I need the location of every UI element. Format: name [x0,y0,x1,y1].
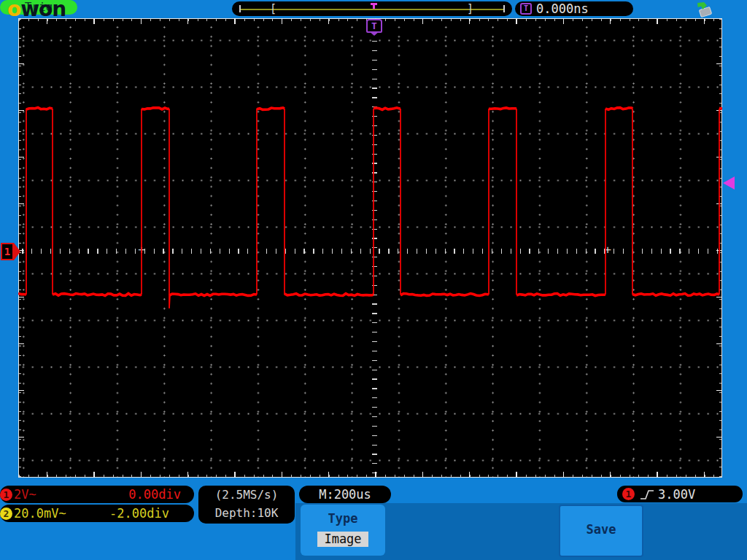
memory-depth: Depth:10K [198,504,295,522]
channel1-marker-label: 1 [1,243,14,260]
trigger-position-t-icon [371,3,377,9]
trigger-level-value: 3.00V [658,487,695,502]
trigger-horizontal-position-marker: T [366,19,382,33]
channel2-status: 2 20.0mV~ -2.00div [0,505,194,522]
window-left-bracket: [ [270,1,276,16]
oscilloscope-screen: owon Trig [ ] T 0.000ns + + T 1 [0,0,747,560]
type-value-selected[interactable]: Image [317,532,368,547]
memory-start-tick [239,5,241,12]
channel1-marker-arrow-icon [14,243,20,260]
save-button[interactable]: Save [559,505,643,557]
acquisition-info: (2.5MS/s) Depth:10K [198,486,295,524]
channel1-status: 1 2V~ 0.00div [0,486,194,503]
usb-device-icon [695,2,713,16]
waveform-trace [18,18,722,478]
sample-rate: (2.5MS/s) [198,486,295,504]
channel2-offset: -2.00div [109,506,169,521]
rising-edge-icon [639,488,655,501]
type-label: Type [301,511,385,526]
trigger-level-readout: 1 3.00V [617,486,743,502]
memory-end-tick [503,5,505,12]
save-type-menu[interactable]: Type Image [301,505,385,556]
memory-window-line [240,9,504,10]
trigger-level-arrow-icon [723,176,735,190]
trigger-time-readout: T 0.000ns [515,1,633,16]
trigger-position-bar: [ ] [232,1,512,16]
trigger-t-icon: T [520,3,532,15]
channel2-scale: 20.0mV~ [14,506,66,521]
channel1-badge: 1 [0,489,12,501]
channel1-offset: 0.00div [128,487,181,502]
channel1-scale: 2V~ [14,487,36,502]
channel2-badge: 2 [0,508,12,520]
window-right-bracket: ] [467,1,473,16]
waveform-display-area: + + T [18,18,722,478]
timebase-readout: M:200us [299,486,391,503]
channel1-ground-marker: 1 [1,243,20,260]
trigger-time-value: 0.000ns [536,1,589,16]
trigger-source-badge: 1 [622,488,635,500]
